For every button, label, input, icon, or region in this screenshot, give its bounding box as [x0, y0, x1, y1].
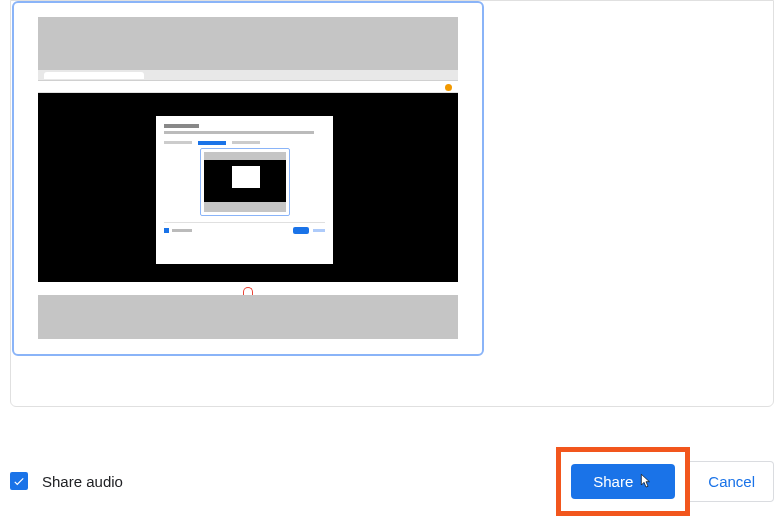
recursive-share-dialog	[156, 116, 333, 264]
check-icon	[12, 474, 26, 488]
dialog-footer: Share audio Share Cancel	[10, 452, 774, 510]
share-button-label: Share	[593, 473, 633, 490]
screen-thumbnail	[38, 17, 458, 339]
cancel-button[interactable]: Cancel	[690, 461, 774, 502]
share-audio-checkbox[interactable]	[10, 472, 28, 490]
cursor-icon	[639, 473, 653, 489]
preview-panel	[10, 0, 774, 407]
share-audio-option[interactable]: Share audio	[10, 472, 123, 490]
hangup-icon	[243, 287, 253, 295]
annotation-highlight-box: Share	[556, 447, 690, 516]
screen-preview-tile-selected[interactable]	[12, 1, 484, 356]
share-audio-label: Share audio	[42, 473, 123, 490]
cancel-button-label: Cancel	[708, 473, 755, 490]
share-button[interactable]: Share	[571, 464, 675, 499]
